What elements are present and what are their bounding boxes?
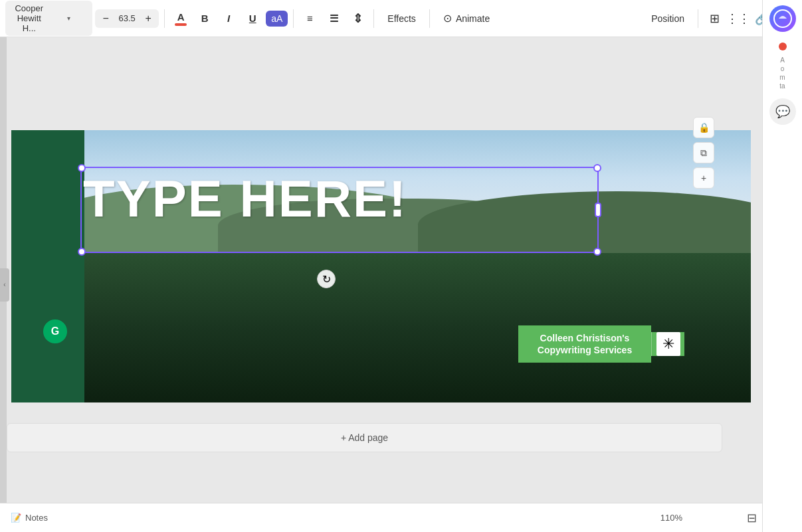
christison-icon-box[interactable]: ✳ <box>651 332 684 356</box>
effects-button[interactable]: Effects <box>379 9 424 28</box>
comment-button[interactable]: 💬 <box>769 98 796 125</box>
canvas-action-icons: 🔒 ⧉ + <box>693 117 714 189</box>
decrease-size-button[interactable]: − <box>98 11 114 27</box>
brand-logo <box>769 5 796 32</box>
bottom-toolbar: 📝 Notes 110% ⊟ ⤢ <box>0 503 802 532</box>
grid-view-button[interactable]: ⊟ <box>741 507 762 529</box>
grid-icon-button[interactable]: ⋮⋮ <box>728 8 749 29</box>
design-canvas: TYPE HERE! G ↻ Colleen Christison's Copy… <box>11 130 751 402</box>
text-color-icon: A <box>177 11 185 23</box>
christison-text-box: Colleen Christison's Copywriting Service… <box>518 325 651 363</box>
grid-icon: ⋮⋮ <box>726 11 750 26</box>
tools-icon-button[interactable]: ⊞ <box>704 8 725 29</box>
spacing-button[interactable]: ⇕ <box>347 8 368 29</box>
panel-toggle-button[interactable]: ‹ <box>0 268 9 302</box>
bold-button[interactable]: B <box>194 8 215 29</box>
comment-icon: 💬 <box>775 104 790 119</box>
snowflake-icon: ✳ <box>656 332 680 356</box>
font-size-value: 63.5 <box>115 13 139 23</box>
animate-icon: ⊙ <box>443 12 452 25</box>
copy-canvas-icon[interactable]: ⧉ <box>693 142 714 163</box>
grammarly-button[interactable]: G <box>43 319 67 343</box>
divider-1 <box>164 9 165 28</box>
canvas-area: 🔒 ⧉ + TYPE HERE! <box>0 37 762 532</box>
left-panel: ‹ <box>0 37 7 532</box>
italic-button[interactable]: I <box>218 8 239 29</box>
grid-view-icon: ⊟ <box>747 511 757 525</box>
tools-icon: ⊞ <box>710 11 720 26</box>
underline-button[interactable]: U <box>242 8 263 29</box>
text-color-button[interactable]: A <box>170 8 191 29</box>
chevron-down-icon: ▾ <box>50 15 88 22</box>
zoom-indicator: 110% <box>660 513 682 523</box>
panel-description: Aomta <box>777 56 787 90</box>
type-here-text[interactable]: TYPE HERE! <box>83 169 407 229</box>
notification-dot <box>779 43 787 50</box>
notes-icon: 📝 <box>11 513 21 523</box>
toolbar: Cooper Hewitt H... ▾ − 63.5 + A B I U aA… <box>0 0 802 37</box>
align-button[interactable]: ≡ <box>299 8 320 29</box>
font-selector[interactable]: Cooper Hewitt H... ▾ <box>5 1 92 36</box>
font-size-control: − 63.5 + <box>95 9 159 28</box>
add-page-button[interactable]: + Add page <box>7 423 722 452</box>
divider-3 <box>373 9 374 28</box>
canvas-bg-left <box>11 130 84 402</box>
color-swatch <box>175 23 187 26</box>
rotate-handle[interactable]: ↻ <box>317 270 336 288</box>
position-button[interactable]: Position <box>643 9 692 28</box>
case-button[interactable]: aA <box>266 11 288 27</box>
christison-badge: Colleen Christison's Copywriting Service… <box>518 325 684 363</box>
divider-2 <box>293 9 294 28</box>
list-button[interactable]: ☰ <box>323 8 344 29</box>
right-panel: Aomta 💬 <box>762 0 802 532</box>
notes-button[interactable]: 📝 Notes <box>11 513 48 523</box>
lock-canvas-icon[interactable]: 🔒 <box>693 117 714 138</box>
font-name-label: Cooper Hewitt H... <box>11 3 48 33</box>
increase-size-button[interactable]: + <box>140 11 156 27</box>
divider-4 <box>429 9 430 28</box>
animate-button[interactable]: ⊙ Animate <box>435 8 498 29</box>
christison-name: Colleen Christison's Copywriting Service… <box>530 332 639 356</box>
rotate-icon: ↻ <box>322 273 331 286</box>
divider-5 <box>698 9 698 28</box>
add-canvas-icon[interactable]: + <box>693 167 714 189</box>
